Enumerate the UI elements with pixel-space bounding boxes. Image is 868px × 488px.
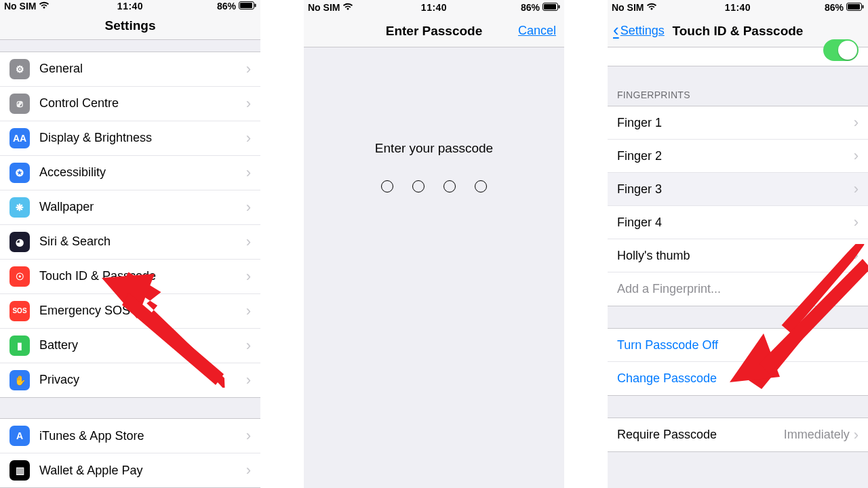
back-button[interactable]: ‹ Settings	[613, 15, 665, 47]
settings-row-control-centre[interactable]: ⎚Control Centre›	[0, 87, 260, 121]
svg-rect-10	[848, 4, 860, 9]
fingerprint-label: Finger 4	[617, 216, 854, 230]
fingerprint-row[interactable]: Finger 1›	[608, 106, 868, 140]
fingerprint-row[interactable]: Finger 4›	[608, 206, 868, 239]
battery-icon	[846, 2, 864, 13]
settings-row-itunes-app-store[interactable]: AiTunes & App Store›	[0, 419, 260, 453]
enter-passcode-screen: No SIM 11:40 86% Enter Passcode Cancel E…	[304, 0, 564, 488]
row-label: Control Centre	[39, 96, 246, 110]
status-bar: No SIM 11:40 86%	[608, 0, 868, 15]
action-label: Change Passcode	[617, 371, 859, 386]
fingerprint-row[interactable]: Finger 2›	[608, 140, 868, 173]
svg-rect-8	[559, 5, 560, 9]
settings-row-wallet-apple-pay[interactable]: ▥Wallet & Apple Pay›	[0, 453, 260, 487]
carrier-label: No SIM	[612, 2, 644, 13]
chevron-right-icon: ›	[246, 373, 251, 388]
row-label: iTunes & App Store	[39, 429, 246, 443]
chevron-right-icon: ›	[854, 248, 859, 263]
passcode-actions-group: Turn Passcode OffChange Passcode	[608, 328, 868, 396]
passcode-body: Enter your passcode	[304, 47, 564, 488]
svg-rect-1	[240, 3, 252, 8]
settings-row-display-brightness[interactable]: AADisplay & Brightness›	[0, 121, 260, 156]
chevron-right-icon: ›	[246, 165, 251, 180]
page-title: Touch ID & Passcode	[673, 24, 804, 39]
control-centre-icon: ⎚	[9, 94, 30, 114]
passcode-dots[interactable]	[381, 180, 487, 192]
chevron-right-icon: ›	[246, 304, 251, 319]
row-label: Emergency SOS	[39, 304, 246, 318]
settings-row-emergency-sos[interactable]: SOSEmergency SOS›	[0, 294, 260, 329]
add-fingerprint-row[interactable]: Add a Fingerprint...	[608, 272, 868, 306]
page-title: Settings	[105, 18, 156, 33]
toggle-switch[interactable]	[823, 39, 859, 61]
nav-bar: Settings	[0, 12, 260, 39]
privacy-icon: ✋	[9, 370, 30, 390]
display-brightness-icon: AA	[9, 128, 30, 148]
row-label: Touch ID & Passcode	[39, 269, 246, 283]
chevron-right-icon: ›	[854, 148, 859, 163]
battery-percent: 86%	[217, 1, 236, 12]
svg-rect-2	[255, 4, 256, 7]
settings-row-general[interactable]: ⚙General›	[0, 52, 260, 87]
cancel-button[interactable]: Cancel	[518, 15, 556, 47]
turn-passcode-off-button[interactable]: Turn Passcode Off	[608, 329, 868, 362]
nav-bar: Enter Passcode Cancel	[304, 15, 564, 47]
require-passcode-label: Require Passcode	[617, 428, 784, 442]
battery-percent: 86%	[825, 2, 844, 13]
fingerprint-row[interactable]: Holly's thumb›	[608, 239, 868, 272]
settings-group-1: ⚙General›⎚Control Centre›AADisplay & Bri…	[0, 52, 260, 398]
battery-icon	[542, 2, 560, 13]
passcode-dot	[381, 180, 393, 192]
action-label: Turn Passcode Off	[617, 338, 859, 352]
settings-row-privacy[interactable]: ✋Privacy›	[0, 363, 260, 397]
page-title: Enter Passcode	[386, 24, 483, 39]
change-passcode-button[interactable]: Change Passcode	[608, 362, 868, 395]
chevron-right-icon: ›	[854, 215, 859, 230]
settings-group-2: AiTunes & App Store›▥Wallet & Apple Pay›	[0, 418, 260, 488]
row-label: General	[39, 62, 246, 76]
row-label: Accessibility	[39, 165, 246, 180]
row-label: Wallet & Apple Pay	[39, 464, 246, 478]
battery-percent: 86%	[521, 2, 540, 13]
passcode-dot	[443, 180, 456, 192]
chevron-right-icon: ›	[246, 96, 251, 111]
wifi-icon	[342, 2, 353, 13]
status-bar: No SIM 11:40 86%	[0, 0, 260, 12]
chevron-right-icon: ›	[246, 428, 251, 443]
settings-row-siri-search[interactable]: ◕Siri & Search›	[0, 225, 260, 260]
gap	[260, 0, 304, 488]
fingerprint-label: Finger 1	[617, 116, 854, 130]
svg-rect-11	[863, 5, 864, 9]
status-time: 11:40	[421, 2, 447, 13]
chevron-right-icon: ›	[246, 131, 251, 146]
fingerprint-label: Finger 2	[617, 149, 854, 163]
back-label: Settings	[620, 24, 665, 38]
fingerprints-group: Finger 1›Finger 2›Finger 3›Finger 4›Holl…	[608, 106, 868, 306]
chevron-left-icon: ‹	[613, 21, 619, 39]
settings-row-wallpaper[interactable]: ❋Wallpaper›	[0, 190, 260, 225]
status-time: 11:40	[725, 2, 751, 13]
row-label: Display & Brightness	[39, 131, 246, 145]
emergency-sos-icon: SOS	[9, 301, 30, 321]
settings-row-touch-id-passcode[interactable]: ☉Touch ID & Passcode›	[0, 260, 260, 294]
touchid-passcode-screen: No SIM 11:40 86% ‹ Settings Touch ID & P…	[608, 0, 868, 488]
add-fingerprint-label: Add a Fingerprint...	[617, 282, 859, 296]
settings-row-battery[interactable]: ▮Battery›	[0, 329, 260, 363]
settings-row-accessibility[interactable]: ✪Accessibility›	[0, 156, 260, 190]
fingerprint-row[interactable]: Finger 3›	[608, 173, 868, 206]
fingerprint-label: Finger 3	[617, 182, 854, 197]
wallpaper-icon: ❋	[9, 197, 30, 218]
touch-id-passcode-icon: ☉	[9, 266, 30, 287]
toggle-row-peek	[608, 47, 868, 66]
chevron-right-icon: ›	[246, 463, 251, 478]
require-passcode-row[interactable]: Require Passcode Immediately ›	[608, 418, 868, 451]
battery-icon: ▮	[9, 336, 30, 356]
wallet-apple-pay-icon: ▥	[9, 460, 30, 481]
require-passcode-group: Require Passcode Immediately ›	[608, 418, 868, 452]
svg-rect-7	[544, 4, 556, 9]
passcode-prompt: Enter your passcode	[375, 141, 493, 156]
accessibility-icon: ✪	[9, 163, 30, 183]
row-label: Privacy	[39, 373, 246, 387]
chevron-right-icon: ›	[854, 115, 859, 130]
fingerprint-label: Holly's thumb	[617, 249, 854, 263]
